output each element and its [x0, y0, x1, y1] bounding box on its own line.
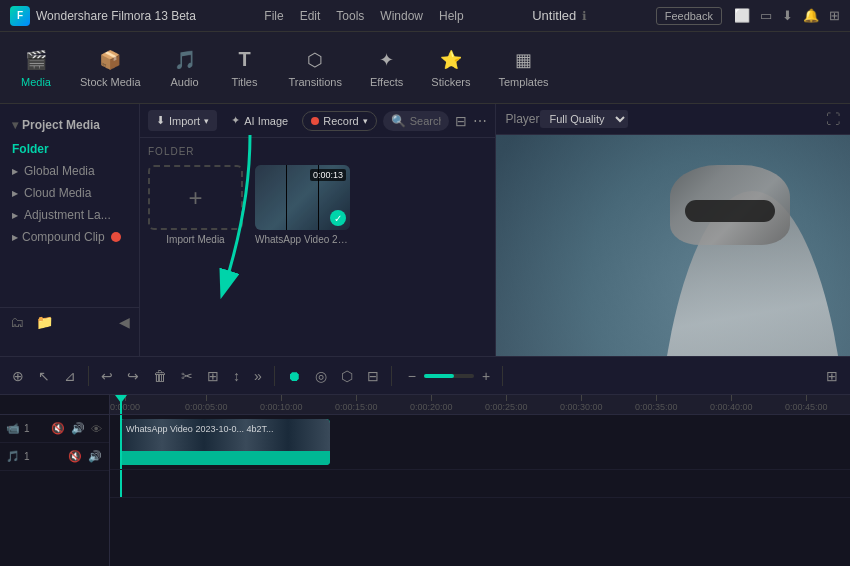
tl-transform-button[interactable]: ⊞ [203, 366, 223, 386]
video-check-icon: ✓ [330, 210, 346, 226]
tl-track-more-button[interactable]: ⊞ [822, 366, 842, 386]
zoom-fill [424, 374, 454, 378]
title-center: Untitled ℹ [532, 8, 587, 23]
media-label: Media [21, 76, 51, 88]
menu-edit[interactable]: Edit [300, 9, 321, 23]
menu-window[interactable]: Window [380, 9, 423, 23]
ruler-tick-7: 0:00:35:00 [635, 395, 678, 412]
ruler-tick-3: 0:00:15:00 [335, 395, 378, 412]
video-track-number: 1 [24, 423, 30, 434]
player-expand-icon[interactable]: ⛶ [826, 111, 840, 127]
import-thumb[interactable]: + [148, 165, 243, 230]
import-media-label: Import Media [166, 234, 224, 245]
video-file-item[interactable]: 0:00:13 ✓ WhatsApp Video 2023-10-05... [255, 165, 350, 245]
templates-label: Templates [498, 76, 548, 88]
video-track-lane: WhatsApp Video 2023-10-0... 4b2T... [110, 415, 850, 470]
tl-compound-button[interactable]: ⬡ [337, 366, 357, 386]
vr-visor [685, 200, 775, 222]
video-duration-badge: 0:00:13 [310, 169, 346, 181]
sidebar-item-global-media[interactable]: ▶ Global Media [0, 160, 139, 182]
import-media-item[interactable]: + Import Media [148, 165, 243, 245]
tl-redo-button[interactable]: ↪ [123, 366, 143, 386]
transitions-label: Transitions [289, 76, 342, 88]
record-button[interactable]: Record ▾ [302, 111, 376, 131]
more-options-icon[interactable]: ⋯ [473, 113, 487, 129]
sidebar-item-cloud-media[interactable]: ▶ Cloud Media [0, 182, 139, 204]
sidebar-item-adjustment[interactable]: ▶ Adjustment La... [0, 204, 139, 226]
toolbar-templates[interactable]: ▦ Templates [486, 44, 560, 92]
toolbar-audio[interactable]: 🎵 Audio [157, 44, 213, 92]
video-track-audio-button[interactable]: 🔊 [70, 421, 86, 436]
tl-ripple-button[interactable]: ⊿ [60, 366, 80, 386]
tl-cut-button[interactable]: ✂ [177, 366, 197, 386]
tl-delete-button[interactable]: 🗑 [149, 366, 171, 386]
video-track-eye-button[interactable]: 👁 [90, 421, 103, 436]
timeline-area: ⊕ ↖ ⊿ ↩ ↪ 🗑 ✂ ⊞ ↕ » ⏺ ◎ ⬡ ⊟ − + ⊞ [0, 356, 850, 566]
sidebar-arrow-cloud: ▶ [12, 189, 18, 198]
sidebar-item-folder[interactable]: Folder [0, 138, 139, 160]
ruler-tick-4: 0:00:20:00 [410, 395, 453, 412]
ai-image-button[interactable]: ✦ AI Image [223, 110, 296, 131]
video-clip[interactable]: WhatsApp Video 2023-10-0... 4b2T... [120, 419, 330, 465]
video-track-icon: 📹 [6, 422, 20, 435]
project-title: Untitled [532, 8, 576, 23]
record-label: Record [323, 115, 358, 127]
import-dropdown-icon: ▾ [204, 116, 209, 126]
collapse-sidebar-icon[interactable]: ◀ [119, 314, 130, 330]
toolbar-effects[interactable]: ✦ Effects [358, 44, 415, 92]
toolbar-titles[interactable]: T Titles [217, 44, 273, 92]
cloud-down-icon[interactable]: ⬇ [782, 8, 793, 23]
video-track-mute-button[interactable]: 🔇 [50, 421, 66, 436]
audio-track-lane [110, 470, 850, 498]
ruler-tick-5: 0:00:25:00 [485, 395, 528, 412]
tl-motion-button[interactable]: ↕ [229, 366, 244, 386]
audio-track-volume-button[interactable]: 🔊 [87, 449, 103, 464]
folder-section-label: FOLDER [148, 146, 487, 157]
menu-help[interactable]: Help [439, 9, 464, 23]
compound-clip-label: Compound Clip [22, 230, 105, 244]
import-button[interactable]: ⬇ Import ▾ [148, 110, 217, 131]
tl-separator-4 [502, 366, 503, 386]
zoom-bar[interactable] [424, 374, 474, 378]
monitor-icon[interactable]: ⬜ [734, 8, 750, 23]
audio-track-mute-button[interactable]: 🔇 [67, 449, 83, 464]
timeline-toolbar: ⊕ ↖ ⊿ ↩ ↪ 🗑 ✂ ⊞ ↕ » ⏺ ◎ ⬡ ⊟ − + ⊞ [0, 357, 850, 395]
feedback-button[interactable]: Feedback [656, 7, 722, 25]
tl-separator-2 [274, 366, 275, 386]
search-input[interactable] [410, 115, 441, 127]
tl-more-button[interactable]: » [250, 366, 266, 386]
grid-icon[interactable]: ⊞ [829, 8, 840, 23]
tl-add-button[interactable]: ⊕ [8, 366, 28, 386]
quality-select[interactable]: Full Quality [540, 110, 628, 128]
new-item-icon[interactable]: 📁 [36, 314, 53, 330]
sidebar-arrow-compound: ▶ [12, 233, 18, 242]
tl-record-button[interactable]: ⏺ [283, 366, 305, 386]
filter-icon[interactable]: ⊟ [455, 113, 467, 129]
timeline-content: 📹 1 🔇 🔊 👁 🎵 1 🔇 🔊 [0, 395, 850, 566]
toolbar-media[interactable]: 🎬 Media [8, 44, 64, 92]
toolbar-stickers[interactable]: ⭐ Stickers [419, 44, 482, 92]
sidebar-item-compound-clip[interactable]: ▶ Compound Clip [0, 226, 139, 248]
tl-effect-button[interactable]: ◎ [311, 366, 331, 386]
stickers-label: Stickers [431, 76, 470, 88]
tl-zoom-in-button[interactable]: + [478, 366, 494, 386]
bell-icon[interactable]: 🔔 [803, 8, 819, 23]
tl-zoom-out-button[interactable]: − [404, 366, 420, 386]
menu-tools[interactable]: Tools [336, 9, 364, 23]
tl-select-button[interactable]: ↖ [34, 366, 54, 386]
toolbar-stock-media[interactable]: 📦 Stock Media [68, 44, 153, 92]
tl-undo-button[interactable]: ↩ [97, 366, 117, 386]
stock-media-label: Stock Media [80, 76, 141, 88]
templates-icon: ▦ [512, 48, 536, 72]
sidebar-bottom-icons: 🗂 📁 ◀ [0, 307, 140, 336]
app-logo-icon: F [10, 6, 30, 26]
audio-track-playhead [120, 470, 122, 497]
tl-split-button[interactable]: ⊟ [363, 366, 383, 386]
tl-separator-1 [88, 366, 89, 386]
toolbar-transitions[interactable]: ⬡ Transitions [277, 44, 354, 92]
menu-file[interactable]: File [264, 9, 283, 23]
media-icon: 🎬 [24, 48, 48, 72]
media-toolbar: ⬇ Import ▾ ✦ AI Image Record ▾ 🔍 ⊟ ⋯ [140, 104, 495, 138]
monitor2-icon[interactable]: ▭ [760, 8, 772, 23]
new-folder-icon[interactable]: 🗂 [10, 314, 24, 330]
